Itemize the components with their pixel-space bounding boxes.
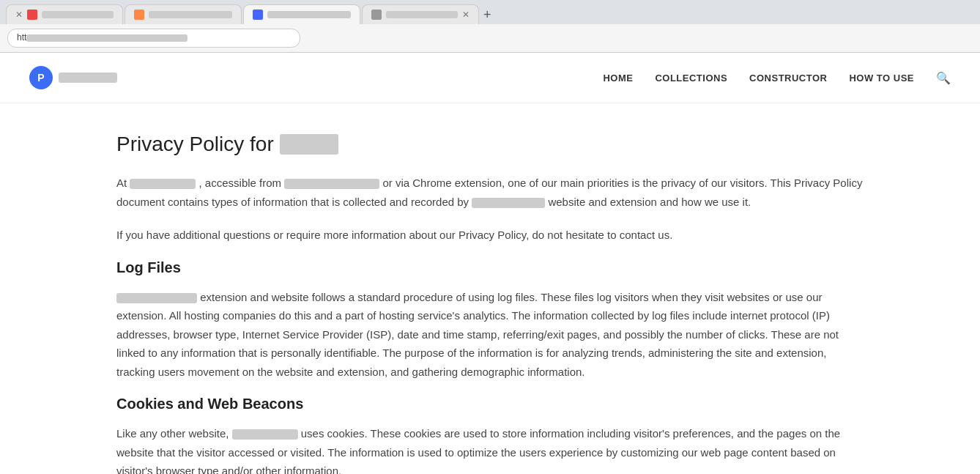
browser-chrome: ✕ ✕ + htt	[0, 0, 980, 53]
site-name-blur-2	[472, 198, 545, 208]
site-logo: P	[29, 66, 117, 89]
main-content: Privacy Policy for At , accessible from …	[87, 103, 893, 474]
site-header: P HOME COLLECTIONS CONSTRUCTOR HOW TO US…	[0, 53, 980, 103]
tab-close-4[interactable]: ✕	[462, 10, 469, 20]
tab-title-2	[149, 11, 232, 18]
logo-icon: P	[29, 66, 53, 89]
tab-favicon-4	[371, 10, 382, 20]
site-nav: HOME COLLECTIONS CONSTRUCTOR HOW TO USE …	[603, 71, 951, 85]
nav-constructor[interactable]: CONSTRUCTOR	[749, 73, 827, 84]
tab-favicon-1	[27, 10, 37, 20]
address-text: htt	[17, 32, 26, 42]
intro-at: At	[116, 177, 127, 189]
site-name-blur-3	[232, 429, 298, 440]
address-input[interactable]: htt	[7, 29, 300, 48]
log-files-heading: Log Files	[116, 259, 864, 276]
nav-collections[interactable]: COLLECTIONS	[655, 73, 727, 84]
browser-tab-2[interactable]	[125, 4, 242, 24]
page-title-site-name	[280, 134, 338, 155]
logo-text-blur	[59, 73, 117, 83]
browser-tab-1[interactable]: ✕	[6, 4, 123, 24]
browser-tab-4[interactable]: ✕	[362, 4, 479, 24]
search-icon[interactable]: 🔍	[936, 71, 951, 85]
page-title-text: Privacy Policy for	[116, 133, 274, 156]
url-blur	[284, 179, 379, 189]
tab-bar: ✕ ✕ +	[0, 0, 980, 24]
product-name-blur	[116, 293, 197, 303]
browser-tab-3[interactable]	[243, 4, 360, 24]
log-files-content: extension and website follows a standard…	[116, 288, 864, 382]
address-bar: htt	[0, 24, 980, 52]
page-wrapper: P HOME COLLECTIONS CONSTRUCTOR HOW TO US…	[0, 53, 980, 474]
second-paragraph: If you have additional questions or requ…	[116, 226, 864, 245]
page-title: Privacy Policy for	[116, 133, 864, 156]
tab-favicon-3	[253, 10, 263, 20]
intro-paragraph: At , accessible from or via Chrome exten…	[116, 174, 864, 211]
tab-favicon-2	[134, 10, 144, 20]
tab-title-3	[267, 11, 351, 18]
address-blur	[26, 34, 188, 42]
cookies-content: Like any other website, uses cookies. Th…	[116, 424, 864, 474]
tab-title-4	[386, 11, 458, 18]
tab-title-1	[42, 11, 114, 18]
new-tab-button[interactable]: +	[480, 8, 494, 21]
tab-close-1[interactable]: ✕	[15, 10, 23, 20]
nav-home[interactable]: HOME	[603, 73, 633, 84]
cookies-heading: Cookies and Web Beacons	[116, 396, 864, 412]
nav-how-to-use[interactable]: HOW TO USE	[849, 73, 914, 84]
site-name-blur-1	[130, 179, 196, 189]
